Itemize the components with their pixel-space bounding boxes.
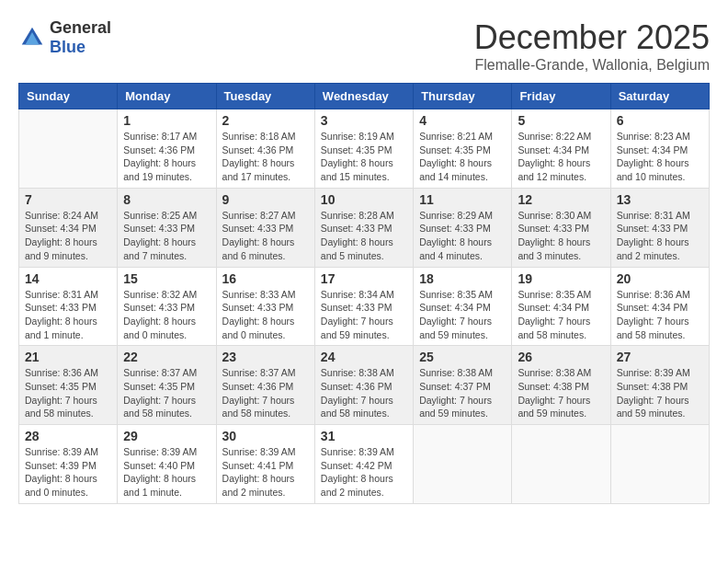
calendar-day-cell xyxy=(610,425,709,504)
calendar-day-cell: 3Sunrise: 8:19 AMSunset: 4:35 PMDaylight… xyxy=(314,109,413,189)
day-info: Sunrise: 8:31 AMSunset: 4:33 PMDaylight:… xyxy=(617,209,703,263)
logo-general: General xyxy=(50,18,111,37)
calendar-day-cell: 16Sunrise: 8:33 AMSunset: 4:33 PMDayligh… xyxy=(216,267,314,346)
calendar-day-cell: 11Sunrise: 8:29 AMSunset: 4:33 PMDayligh… xyxy=(414,188,512,267)
day-number: 30 xyxy=(222,429,309,443)
weekday-header: Wednesday xyxy=(314,84,413,109)
day-number: 12 xyxy=(518,192,604,207)
calendar-day-cell: 17Sunrise: 8:34 AMSunset: 4:33 PMDayligh… xyxy=(314,267,413,346)
day-number: 4 xyxy=(419,113,506,128)
day-info: Sunrise: 8:36 AMSunset: 4:34 PMDaylight:… xyxy=(617,288,703,342)
page-header: General Blue December 2025 Flemalle-Gran… xyxy=(18,18,710,74)
day-info: Sunrise: 8:38 AMSunset: 4:36 PMDaylight:… xyxy=(321,366,407,420)
day-number: 13 xyxy=(617,192,703,207)
day-number: 14 xyxy=(25,271,111,286)
logo-blue: Blue xyxy=(50,38,85,56)
weekday-header: Saturday xyxy=(610,84,709,109)
day-number: 15 xyxy=(123,271,210,286)
weekday-header: Tuesday xyxy=(216,84,314,109)
calendar-day-cell: 12Sunrise: 8:30 AMSunset: 4:33 PMDayligh… xyxy=(512,188,610,267)
day-number: 31 xyxy=(321,429,407,443)
day-info: Sunrise: 8:29 AMSunset: 4:33 PMDaylight:… xyxy=(419,209,506,263)
calendar-day-cell: 29Sunrise: 8:39 AMSunset: 4:40 PMDayligh… xyxy=(118,425,216,504)
calendar-day-cell: 14Sunrise: 8:31 AMSunset: 4:33 PMDayligh… xyxy=(19,267,118,346)
weekday-header: Friday xyxy=(512,84,610,109)
calendar-day-cell: 18Sunrise: 8:35 AMSunset: 4:34 PMDayligh… xyxy=(414,267,512,346)
day-info: Sunrise: 8:39 AMSunset: 4:38 PMDaylight:… xyxy=(617,366,703,420)
logo-icon xyxy=(18,24,46,52)
calendar-day-cell: 13Sunrise: 8:31 AMSunset: 4:33 PMDayligh… xyxy=(610,188,709,267)
day-info: Sunrise: 8:30 AMSunset: 4:33 PMDaylight:… xyxy=(518,209,604,263)
calendar-table: SundayMondayTuesdayWednesdayThursdayFrid… xyxy=(18,83,710,504)
calendar-day-cell xyxy=(19,109,118,189)
day-info: Sunrise: 8:32 AMSunset: 4:33 PMDaylight:… xyxy=(123,288,210,342)
month-title: December 2025 xyxy=(474,18,710,57)
day-number: 24 xyxy=(321,350,407,364)
day-number: 22 xyxy=(123,350,210,364)
day-info: Sunrise: 8:19 AMSunset: 4:35 PMDaylight:… xyxy=(321,130,407,184)
calendar-day-cell: 4Sunrise: 8:21 AMSunset: 4:35 PMDaylight… xyxy=(414,109,512,189)
day-number: 10 xyxy=(321,192,407,207)
calendar-day-cell: 31Sunrise: 8:39 AMSunset: 4:42 PMDayligh… xyxy=(314,425,413,504)
day-number: 11 xyxy=(419,192,506,207)
day-info: Sunrise: 8:36 AMSunset: 4:35 PMDaylight:… xyxy=(25,366,111,420)
day-number: 17 xyxy=(321,271,407,286)
calendar-week-row: 7Sunrise: 8:24 AMSunset: 4:34 PMDaylight… xyxy=(19,188,710,267)
day-number: 7 xyxy=(25,192,111,207)
calendar-day-cell: 2Sunrise: 8:18 AMSunset: 4:36 PMDaylight… xyxy=(216,109,314,189)
day-info: Sunrise: 8:18 AMSunset: 4:36 PMDaylight:… xyxy=(222,130,309,184)
day-number: 21 xyxy=(25,350,111,364)
day-info: Sunrise: 8:35 AMSunset: 4:34 PMDaylight:… xyxy=(518,288,604,342)
calendar-week-row: 14Sunrise: 8:31 AMSunset: 4:33 PMDayligh… xyxy=(19,267,710,346)
calendar-day-cell: 7Sunrise: 8:24 AMSunset: 4:34 PMDaylight… xyxy=(19,188,118,267)
day-number: 1 xyxy=(123,113,210,128)
calendar-day-cell: 15Sunrise: 8:32 AMSunset: 4:33 PMDayligh… xyxy=(118,267,216,346)
location-title: Flemalle-Grande, Wallonia, Belgium xyxy=(474,57,710,74)
day-number: 8 xyxy=(123,192,210,207)
day-info: Sunrise: 8:37 AMSunset: 4:35 PMDaylight:… xyxy=(123,366,210,420)
title-area: December 2025 Flemalle-Grande, Wallonia,… xyxy=(474,18,710,74)
day-info: Sunrise: 8:37 AMSunset: 4:36 PMDaylight:… xyxy=(222,366,309,420)
day-info: Sunrise: 8:39 AMSunset: 4:40 PMDaylight:… xyxy=(123,445,210,500)
calendar-day-cell: 24Sunrise: 8:38 AMSunset: 4:36 PMDayligh… xyxy=(314,346,413,425)
calendar-day-cell: 19Sunrise: 8:35 AMSunset: 4:34 PMDayligh… xyxy=(512,267,610,346)
day-number: 26 xyxy=(518,350,604,364)
calendar-week-row: 1Sunrise: 8:17 AMSunset: 4:36 PMDaylight… xyxy=(19,109,710,189)
day-number: 3 xyxy=(321,113,407,128)
weekday-header: Monday xyxy=(118,84,216,109)
day-number: 29 xyxy=(123,429,210,443)
day-number: 6 xyxy=(617,113,703,128)
calendar-day-cell: 26Sunrise: 8:38 AMSunset: 4:38 PMDayligh… xyxy=(512,346,610,425)
day-info: Sunrise: 8:39 AMSunset: 4:41 PMDaylight:… xyxy=(222,445,309,500)
day-info: Sunrise: 8:27 AMSunset: 4:33 PMDaylight:… xyxy=(222,209,309,263)
calendar-day-cell: 6Sunrise: 8:23 AMSunset: 4:34 PMDaylight… xyxy=(610,109,709,189)
calendar-day-cell: 21Sunrise: 8:36 AMSunset: 4:35 PMDayligh… xyxy=(19,346,118,425)
day-info: Sunrise: 8:17 AMSunset: 4:36 PMDaylight:… xyxy=(123,130,210,184)
calendar-week-row: 28Sunrise: 8:39 AMSunset: 4:39 PMDayligh… xyxy=(19,425,710,504)
day-info: Sunrise: 8:35 AMSunset: 4:34 PMDaylight:… xyxy=(419,288,506,342)
calendar-week-row: 21Sunrise: 8:36 AMSunset: 4:35 PMDayligh… xyxy=(19,346,710,425)
calendar-day-cell xyxy=(512,425,610,504)
day-info: Sunrise: 8:39 AMSunset: 4:39 PMDaylight:… xyxy=(25,445,111,500)
day-number: 20 xyxy=(617,271,703,286)
logo: General Blue xyxy=(18,18,111,57)
day-info: Sunrise: 8:24 AMSunset: 4:34 PMDaylight:… xyxy=(25,209,111,263)
calendar-day-cell: 22Sunrise: 8:37 AMSunset: 4:35 PMDayligh… xyxy=(118,346,216,425)
logo-text: General Blue xyxy=(50,18,111,57)
day-info: Sunrise: 8:39 AMSunset: 4:42 PMDaylight:… xyxy=(321,445,407,500)
calendar-day-cell: 25Sunrise: 8:38 AMSunset: 4:37 PMDayligh… xyxy=(414,346,512,425)
calendar-day-cell: 20Sunrise: 8:36 AMSunset: 4:34 PMDayligh… xyxy=(610,267,709,346)
day-number: 27 xyxy=(617,350,703,364)
day-info: Sunrise: 8:23 AMSunset: 4:34 PMDaylight:… xyxy=(617,130,703,184)
weekday-header: Sunday xyxy=(19,84,118,109)
calendar-day-cell: 8Sunrise: 8:25 AMSunset: 4:33 PMDaylight… xyxy=(118,188,216,267)
day-number: 18 xyxy=(419,271,506,286)
calendar-day-cell: 23Sunrise: 8:37 AMSunset: 4:36 PMDayligh… xyxy=(216,346,314,425)
day-info: Sunrise: 8:28 AMSunset: 4:33 PMDaylight:… xyxy=(321,209,407,263)
day-number: 2 xyxy=(222,113,309,128)
day-info: Sunrise: 8:21 AMSunset: 4:35 PMDaylight:… xyxy=(419,130,506,184)
calendar-day-cell: 10Sunrise: 8:28 AMSunset: 4:33 PMDayligh… xyxy=(314,188,413,267)
calendar-header-row: SundayMondayTuesdayWednesdayThursdayFrid… xyxy=(19,84,710,109)
day-number: 19 xyxy=(518,271,604,286)
calendar-day-cell: 28Sunrise: 8:39 AMSunset: 4:39 PMDayligh… xyxy=(19,425,118,504)
